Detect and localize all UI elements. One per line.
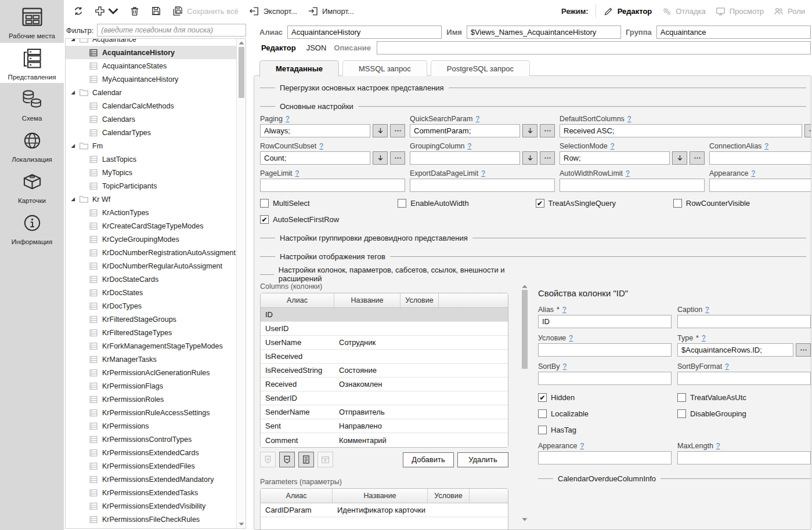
help-link[interactable]: ? xyxy=(569,334,573,342)
dropdown-button[interactable] xyxy=(373,151,388,165)
checkbox-rowcountervisible[interactable]: RowCounterVisible xyxy=(673,199,806,208)
tree-item-mytopics[interactable]: MyTopics xyxy=(66,166,246,179)
table-row[interactable] xyxy=(261,517,508,530)
tab-postgresql[interactable]: PostgreSQL запрос xyxy=(431,60,530,76)
table-row-sendername[interactable]: SenderNameОтправитель xyxy=(261,405,508,419)
help-link[interactable]: ? xyxy=(626,169,630,177)
expander-icon[interactable] xyxy=(70,143,75,148)
tree-item-krdoctypes[interactable]: KrDocTypes xyxy=(66,299,246,313)
checkbox-box[interactable]: ✔ xyxy=(536,199,544,208)
tree-item-krpermissionsextendedmandatory[interactable]: KrPermissionsExtendedMandatory xyxy=(66,473,246,486)
column-details-button[interactable] xyxy=(298,452,314,467)
group-input[interactable] xyxy=(656,26,811,39)
field-connectionalias-input[interactable] xyxy=(709,151,811,165)
dropdown-button[interactable] xyxy=(373,124,388,137)
scroll-up-icon[interactable] xyxy=(239,41,244,45)
checkbox-box[interactable] xyxy=(398,199,406,208)
help-link[interactable]: ? xyxy=(319,142,323,150)
tree-item-acquaintancestates[interactable]: AcquaintanceStates xyxy=(66,59,246,72)
more-button[interactable] xyxy=(796,343,811,357)
tab-mssql[interactable]: MSSQL запрос xyxy=(342,60,427,76)
checkbox-enableautowidth[interactable]: EnableAutoWidth xyxy=(398,199,530,208)
tree-scrollbar[interactable] xyxy=(236,39,246,528)
subtab-json[interactable]: JSON xyxy=(305,42,329,53)
help-link[interactable]: ? xyxy=(716,442,720,450)
tree-item-krpermissionruleaccesssettings[interactable]: KrPermissionRuleAccessSettings xyxy=(66,406,246,419)
tree-item-krpermissionsextendedvisibility[interactable]: KrPermissionsExtendedVisibility xyxy=(66,499,246,513)
tree-item-krpermissionaclgenerationrules[interactable]: KrPermissionAclGenerationRules xyxy=(66,366,246,379)
help-link[interactable]: ? xyxy=(563,362,567,371)
tree-item-krpermissionsextendedfiles[interactable]: KrPermissionsExtendedFiles xyxy=(66,459,246,473)
checkbox-hidden[interactable]: ✔Hidden xyxy=(538,393,672,402)
sidebar-item-localization[interactable]: Локализация xyxy=(0,125,64,165)
field-autowidthrowlimit-input[interactable] xyxy=(560,179,705,192)
tree-folder-calendar[interactable]: Calendar xyxy=(66,86,246,99)
table-row-cardidparam[interactable]: CardIDParamИдентификатор карточки xyxy=(261,503,508,517)
checkbox-localizable[interactable]: Localizable xyxy=(538,409,672,418)
checkbox-box[interactable] xyxy=(538,426,547,434)
sidebar-item-info[interactable]: Информация xyxy=(0,208,64,248)
expander-icon[interactable] xyxy=(70,90,75,95)
checkbox-treatassinglequery[interactable]: ✔TreatAsSingleQuery xyxy=(536,199,669,208)
add-button[interactable] xyxy=(90,3,123,19)
field-exportdatapagelimit-input[interactable] xyxy=(410,179,555,192)
scroll-down-icon[interactable] xyxy=(239,522,244,526)
prop-maxlength-input[interactable] xyxy=(677,451,811,464)
tree-item-krcreatecardstagetypemodes[interactable]: KrCreateCardStageTypeModes xyxy=(66,219,246,233)
help-link[interactable]: ? xyxy=(611,142,615,150)
table-row-sent[interactable]: SentНаправлено xyxy=(261,419,508,433)
tree-item-krpermissionscontroltypes[interactable]: KrPermissionsControlTypes xyxy=(66,433,246,446)
field-appearance-input[interactable] xyxy=(709,179,811,192)
more-button[interactable] xyxy=(390,124,405,137)
prop-type-input[interactable] xyxy=(677,343,793,357)
tree-item-krpermissionsfilecheckrules[interactable]: KrPermissionsFileCheckRules xyxy=(66,513,246,526)
tree-item-kractiontypes[interactable]: KrActionTypes xyxy=(66,206,246,219)
table-row-comment[interactable]: CommentКомментарий xyxy=(261,433,508,447)
field-groupingcolumn-input[interactable] xyxy=(410,151,520,165)
checkbox-box[interactable] xyxy=(677,393,686,402)
delete-button[interactable] xyxy=(125,3,145,19)
tree-item-krcyclegroupingmodes[interactable]: KrCycleGroupingModes xyxy=(66,233,246,246)
help-link[interactable]: ? xyxy=(725,362,729,371)
help-link[interactable]: ? xyxy=(475,115,479,123)
columns-scrollbar[interactable] xyxy=(520,282,530,524)
checkbox-box[interactable] xyxy=(538,409,547,418)
tree-item-krfilteredstagetypes[interactable]: KrFilteredStageTypes xyxy=(66,326,246,339)
help-link[interactable]: ? xyxy=(627,115,631,123)
tree-item-krforkmanagementstagetypemodes[interactable]: KrForkManagementStageTypeModes xyxy=(66,339,246,353)
checkbox-box[interactable]: ✔ xyxy=(260,215,269,224)
sidebar-item-workplaces[interactable]: Рабочие места xyxy=(0,2,64,42)
field-quicksearchparam-input[interactable] xyxy=(410,124,520,137)
prop-sortbyformat-input[interactable] xyxy=(677,372,811,385)
more-button[interactable] xyxy=(690,151,705,165)
table-row-senderid[interactable]: SenderID xyxy=(261,391,508,405)
prop-item-input[interactable] xyxy=(538,343,672,357)
tag-remove-button[interactable] xyxy=(279,452,295,467)
scroll-thumb[interactable] xyxy=(239,47,244,98)
tree-item-krpermissionsfileeditaccesssettings[interactable]: KrPermissionsFileEditAccessSettings xyxy=(66,526,246,529)
help-link[interactable]: ? xyxy=(751,169,755,177)
checkbox-hastag[interactable]: HasTag xyxy=(538,426,672,434)
help-link[interactable]: ? xyxy=(764,142,768,150)
checkbox-autoselectfirstrow[interactable]: ✔AutoSelectFirstRow xyxy=(260,215,393,224)
tree-item-lasttopics[interactable]: LastTopics xyxy=(66,153,246,166)
dropdown-button[interactable] xyxy=(522,151,537,165)
delete-column-button[interactable]: Удалить xyxy=(457,452,508,467)
prop-alias-input[interactable] xyxy=(538,315,672,328)
checkbox-treatvalueasutc[interactable]: TreatValueAsUtc xyxy=(677,393,811,402)
expander-icon[interactable] xyxy=(70,38,75,42)
help-link[interactable]: ? xyxy=(295,169,299,177)
field-pagelimit-input[interactable] xyxy=(260,179,405,192)
mode-monitor[interactable]: Просмотр xyxy=(715,6,764,17)
subtab-item[interactable]: Редактор xyxy=(259,42,298,53)
mode-people[interactable]: Роли xyxy=(773,6,805,17)
sidebar-item-views[interactable]: Представления xyxy=(0,43,64,83)
more-button[interactable] xyxy=(540,124,555,137)
tree-item-krdocnumberregularautoassigment[interactable]: KrDocNumberRegularAutoAssigment xyxy=(66,259,246,273)
field-paging-input[interactable] xyxy=(260,124,370,137)
export-button[interactable]: Экспорт... xyxy=(244,3,301,19)
checkbox-multiselect[interactable]: MultiSelect xyxy=(260,199,393,208)
tree-item-krdocstates[interactable]: KrDocStates xyxy=(66,286,246,299)
scroll-thumb[interactable] xyxy=(522,290,528,369)
tree-item-krpermissionsextendedtasks[interactable]: KrPermissionsExtendedTasks xyxy=(66,486,246,499)
